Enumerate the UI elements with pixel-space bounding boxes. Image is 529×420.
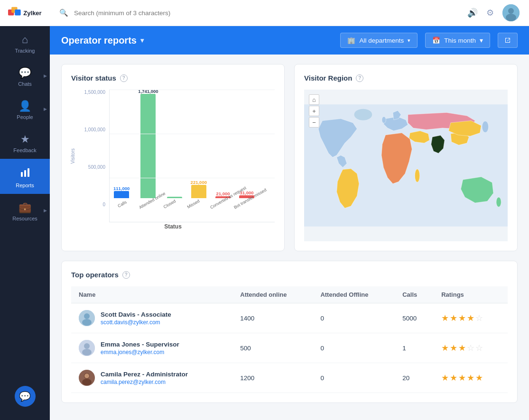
- col-name: Name: [71, 286, 232, 303]
- dropdown-arrow: ▾: [408, 37, 410, 44]
- svg-point-8: [506, 14, 516, 21]
- svg-point-20: [82, 349, 92, 356]
- bar-attended-online: 1,741,000: [138, 89, 158, 198]
- y-axis-title: Visitors: [70, 148, 75, 164]
- bars-container: 111,000 1,741,000: [110, 90, 275, 198]
- sidebar-item-reports[interactable]: Reports: [0, 159, 50, 194]
- star-rating: ★ ★ ★ ★ ☆: [441, 313, 500, 323]
- sidebar-item-chats[interactable]: 💬 Chats ▶: [0, 59, 50, 92]
- svg-rect-3: [21, 172, 23, 177]
- attended-offline-value: 0: [313, 303, 395, 333]
- visitor-region-help-icon[interactable]: ?: [356, 74, 363, 82]
- dropdown-arrow-icon: ▾: [140, 37, 144, 44]
- star-5: ☆: [475, 343, 483, 353]
- export-button[interactable]: [498, 33, 518, 48]
- x-axis-title: Status: [71, 223, 275, 230]
- col-attended-online: Attended online: [232, 286, 313, 303]
- avatar[interactable]: [502, 4, 520, 21]
- star-3: ★: [458, 313, 466, 323]
- search-icon: 🔍: [59, 9, 68, 17]
- svg-point-23: [82, 379, 92, 385]
- x-labels: Calls Attended online Closed Missed Conv…: [110, 198, 275, 207]
- date-filter-button[interactable]: 📅 This month ▾: [425, 33, 490, 48]
- sidebar-item-people[interactable]: 👤 People ▶: [0, 92, 50, 126]
- table-row: Emma Jones - Supervisor emma.jones@zylke…: [71, 333, 508, 363]
- logo-text: Zylker: [23, 9, 41, 17]
- chevron-right-icon-resources: ▶: [44, 208, 47, 213]
- home-icon: ⌂: [22, 35, 28, 45]
- visitor-status-title: Visitor status ?: [71, 74, 275, 82]
- svg-point-12: [496, 197, 501, 207]
- operator-name-cell: Scott Davis - Associate scott.davis@zylk…: [71, 303, 232, 333]
- svg-point-16: [84, 313, 90, 319]
- sidebar-item-feedback[interactable]: ★ Feedback: [0, 126, 50, 159]
- operator-info: Emma Jones - Supervisor emma.jones@zylke…: [79, 340, 225, 356]
- table-header: Name Attended online Attended Offline Ca…: [71, 286, 508, 303]
- operator-email: scott.davis@zylker.com: [101, 319, 171, 326]
- y-axis-labels: 1,500,000 1,000,000 500,000 0: [77, 90, 109, 222]
- star-2: ★: [450, 373, 457, 383]
- chat-bubble-button[interactable]: 💬: [15, 386, 36, 407]
- star-rating: ★ ★ ★ ★ ★: [441, 373, 500, 383]
- col-attended-offline: Attended Offline: [313, 286, 395, 303]
- top-operators-title: Top operators ?: [71, 271, 508, 279]
- star-1: ★: [441, 343, 449, 353]
- sidebar-item-label-chats: Chats: [18, 81, 32, 87]
- attended-offline-value: 0: [313, 363, 395, 393]
- departments-dropdown[interactable]: 🏢 All departments ▾: [340, 33, 418, 48]
- star-5: ★: [475, 373, 483, 383]
- sound-icon[interactable]: 🔊: [467, 8, 478, 18]
- nav-bottom: 💬: [0, 386, 50, 420]
- svg-rect-4: [24, 170, 26, 177]
- y-label-1000000: 1,000,000: [84, 127, 106, 132]
- sidebar-item-label-resources: Resources: [12, 216, 37, 221]
- content-area: Visitor status ? Visitors 1,500,000 1,00…: [50, 55, 529, 420]
- y-label-0: 0: [102, 202, 105, 207]
- topbar-actions: 🔊 ⚙: [467, 4, 520, 21]
- sidebar-item-tracking[interactable]: ⌂ Tracking: [0, 26, 50, 59]
- chevron-right-icon: ▶: [44, 73, 47, 78]
- svg-point-11: [482, 121, 489, 132]
- map-home-button[interactable]: ⌂: [309, 94, 319, 105]
- visitor-status-panel: Visitor status ? Visitors 1,500,000 1,00…: [61, 64, 285, 251]
- map-zoom-out-button[interactable]: −: [309, 117, 319, 128]
- top-operators-help-icon[interactable]: ?: [122, 271, 130, 279]
- star-4: ☆: [467, 343, 474, 353]
- chart-area: 111,000 1,741,000: [109, 90, 275, 222]
- search-input[interactable]: [74, 9, 462, 17]
- people-icon: 👤: [19, 101, 31, 111]
- star-3: ★: [458, 343, 466, 353]
- table-row: Scott Davis - Associate scott.davis@zylk…: [71, 303, 508, 333]
- col-ratings: Ratings: [434, 286, 508, 303]
- operator-name: Scott Davis - Associate: [101, 311, 171, 318]
- reports-icon: [20, 167, 30, 180]
- sidebar: Zylker ⌂ Tracking 💬 Chats ▶ 👤 People ▶ ★…: [0, 0, 50, 420]
- star-3: ★: [458, 373, 466, 383]
- calendar-icon: 📅: [432, 37, 440, 44]
- table-row: Camila Perez - Administrator camila.pere…: [71, 363, 508, 393]
- y-label-1500000: 1,500,000: [84, 90, 106, 95]
- chevron-right-icon-people: ▶: [44, 107, 47, 111]
- star-icon: ★: [20, 134, 30, 145]
- grid-line-mid2: [110, 178, 275, 178]
- calls-value: 20: [395, 363, 434, 393]
- page-title: Operator reports ▾: [61, 35, 144, 46]
- world-map: ⌂ + −: [304, 90, 508, 241]
- settings-icon[interactable]: ⚙: [486, 8, 494, 18]
- svg-point-14: [382, 117, 386, 123]
- ratings-value: ★ ★ ★ ★ ★: [434, 363, 508, 393]
- map-zoom-in-button[interactable]: +: [309, 106, 319, 116]
- sidebar-item-label-feedback: Feedback: [13, 147, 36, 153]
- world-map-svg: [304, 90, 508, 241]
- bar-missed: 221,000: [191, 180, 207, 198]
- y-label-500000: 500,000: [88, 164, 105, 170]
- star-rating: ★ ★ ★ ☆ ☆: [441, 343, 500, 353]
- svg-point-24: [84, 374, 89, 378]
- operators-table: Name Attended online Attended Offline Ca…: [71, 286, 508, 393]
- sidebar-item-label-reports: Reports: [16, 183, 34, 188]
- star-5: ☆: [475, 313, 483, 323]
- sidebar-item-resources[interactable]: 💼 Resources ▶: [0, 194, 50, 227]
- operator-name: Emma Jones - Supervisor: [101, 341, 179, 348]
- building-icon: 🏢: [347, 37, 355, 44]
- visitor-status-help-icon[interactable]: ?: [120, 74, 128, 82]
